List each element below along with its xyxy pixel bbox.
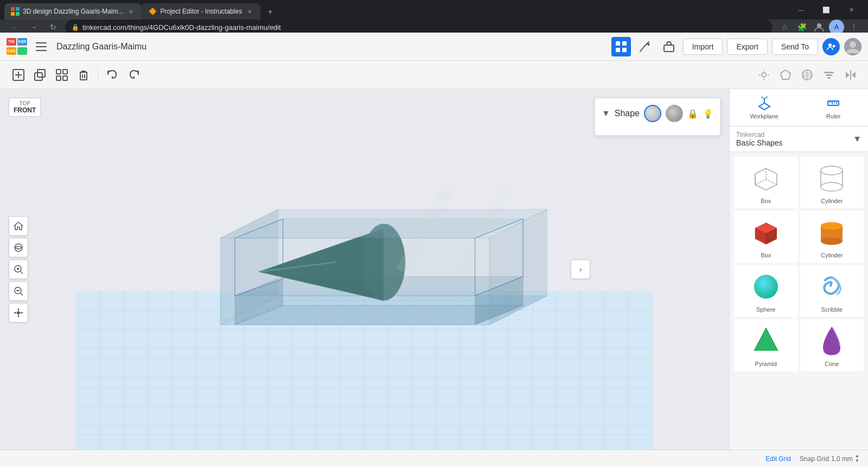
ruler-button[interactable]: Ruler: [799, 89, 869, 126]
minimize-button[interactable]: —: [789, 0, 814, 20]
svg-rect-23: [56, 70, 61, 74]
hole-option[interactable]: [666, 105, 683, 122]
maximize-button[interactable]: ⬜: [814, 0, 839, 20]
tab-project-editor[interactable]: 🔶 Project Editor - Instructables ✕: [142, 3, 260, 20]
workplane-button[interactable]: Workplane: [730, 89, 799, 126]
shape-preview-pyramid: [749, 324, 783, 358]
new-shape-button[interactable]: [9, 65, 28, 85]
zoom-in-button[interactable]: [9, 260, 28, 279]
lock-icon: 🔒: [72, 24, 79, 31]
tab-bar: 3D design Dazzling Gaaris-Maim... ✕ 🔶 Pr…: [0, 0, 868, 20]
svg-rect-2: [11, 12, 15, 16]
ruler-icon: [826, 96, 841, 111]
svg-marker-45: [852, 72, 856, 78]
svg-marker-44: [846, 72, 850, 78]
import-button[interactable]: Import: [683, 39, 723, 55]
mirror-icon[interactable]: [842, 66, 859, 84]
home-view-button[interactable]: [9, 216, 28, 236]
sidebar-toggle-button[interactable]: ›: [571, 260, 590, 279]
solid-option[interactable]: [644, 105, 661, 122]
browser-chrome: 3D design Dazzling Gaaris-Maim... ✕ 🔶 Pr…: [0, 0, 868, 33]
shape-preview-cone: [814, 324, 849, 358]
svg-rect-123: [828, 101, 839, 105]
svg-rect-1: [16, 7, 20, 11]
light-icon[interactable]: [755, 66, 773, 84]
delete-button[interactable]: [74, 65, 93, 85]
shape-item-solid-box[interactable]: Box: [734, 211, 798, 263]
shape-label-sphere: Sphere: [756, 306, 775, 313]
bag-button[interactable]: [659, 37, 679, 56]
snap-grid-stepper[interactable]: ▲ ▼: [855, 454, 859, 463]
pickaxe-button[interactable]: [635, 37, 655, 56]
shape-label-scribble: Scribble: [821, 306, 843, 313]
svg-point-133: [821, 166, 843, 175]
shape-item-wireframe-cylinder[interactable]: Cylinder: [800, 156, 864, 209]
workplane-label: Workplane: [750, 113, 778, 119]
orbit-button[interactable]: [9, 238, 28, 257]
shape-label-wireframe-cylinder: Cylinder: [821, 198, 843, 204]
shape-item-cone[interactable]: Cone: [800, 319, 864, 371]
svg-rect-11: [622, 48, 627, 52]
fit-view-button[interactable]: [9, 303, 28, 323]
svg-line-131: [755, 179, 766, 185]
shape-item-sphere[interactable]: Sphere: [734, 265, 798, 317]
svg-rect-40: [824, 72, 834, 73]
right-sidebar: Workplane Ruler Tinkercad: [729, 89, 868, 450]
snap-up-button[interactable]: ▲: [855, 454, 859, 458]
export-button[interactable]: Export: [727, 39, 767, 55]
svg-rect-3: [16, 12, 20, 16]
svg-line-110: [21, 272, 23, 274]
send-to-button[interactable]: Send To: [772, 39, 818, 55]
tab-3d-design[interactable]: 3D design Dazzling Gaaris-Maim... ✕: [4, 3, 142, 20]
align-icon[interactable]: [820, 66, 838, 84]
shape-label-solid-cylinder: Cylinder: [821, 252, 843, 258]
ruler-label: Ruler: [826, 113, 840, 119]
svg-point-146: [821, 222, 843, 230]
shape-preview-scribble: [814, 269, 849, 304]
shape-item-pyramid[interactable]: Pyramid: [734, 319, 798, 371]
undo-button[interactable]: [103, 65, 122, 85]
tab-close-2[interactable]: ✕: [245, 7, 254, 16]
svg-point-147: [754, 275, 778, 299]
shape-panel-collapse-button[interactable]: ▼: [602, 109, 610, 118]
tab-title-1: 3D design Dazzling Gaaris-Maim...: [23, 8, 123, 15]
camera-view-icon[interactable]: [799, 66, 816, 84]
shape-item-wireframe-box[interactable]: Box: [734, 156, 798, 209]
svg-line-122: [764, 97, 768, 99]
shapes-dropdown-button[interactable]: ▼: [853, 134, 861, 144]
grid-view-button[interactable]: [611, 37, 631, 56]
user-avatar[interactable]: [844, 38, 861, 55]
window-controls: — ⬜ ✕: [789, 0, 864, 20]
svg-rect-10: [616, 48, 620, 52]
svg-line-132: [766, 179, 777, 185]
edit-grid-label[interactable]: Edit Grid: [765, 455, 791, 463]
tab-close-1[interactable]: ✕: [126, 7, 135, 16]
bottom-bar: Edit Grid Snap Grid 1.0 mm ▲ ▼: [0, 450, 868, 467]
add-user-button[interactable]: [822, 38, 840, 55]
menu-icon-button[interactable]: [33, 38, 50, 55]
svg-rect-9: [622, 41, 627, 46]
shape-label-wireframe-box: Box: [761, 198, 771, 204]
copy-button[interactable]: [30, 65, 50, 85]
svg-line-113: [21, 293, 23, 295]
svg-point-4: [817, 23, 821, 28]
redo-button[interactable]: [124, 65, 144, 85]
shapes-provider: Tinkercad: [736, 131, 783, 138]
polygon-icon[interactable]: [777, 66, 794, 84]
canvas-area[interactable]: TOP FRONT: [0, 89, 729, 450]
shape-item-scribble[interactable]: Scribble: [800, 265, 864, 317]
lock-shape-icon[interactable]: 🔒: [687, 109, 698, 119]
svg-rect-8: [616, 41, 620, 46]
shape-panel-title: Shape: [615, 109, 640, 118]
shape-type-options: 🔒 💡: [644, 105, 713, 122]
shape-item-solid-cylinder[interactable]: Cylinder: [800, 211, 864, 263]
zoom-out-button[interactable]: [9, 281, 28, 301]
close-button[interactable]: ✕: [839, 0, 864, 20]
group-button[interactable]: [52, 65, 72, 85]
svg-rect-0: [11, 7, 15, 11]
tinkercad-logo[interactable]: TIN KER CAD: [7, 38, 28, 55]
new-tab-button[interactable]: +: [263, 4, 278, 20]
light-shape-icon[interactable]: 💡: [703, 109, 713, 119]
snap-down-button[interactable]: ▼: [855, 459, 859, 463]
shape-label-solid-box: Box: [761, 252, 771, 258]
